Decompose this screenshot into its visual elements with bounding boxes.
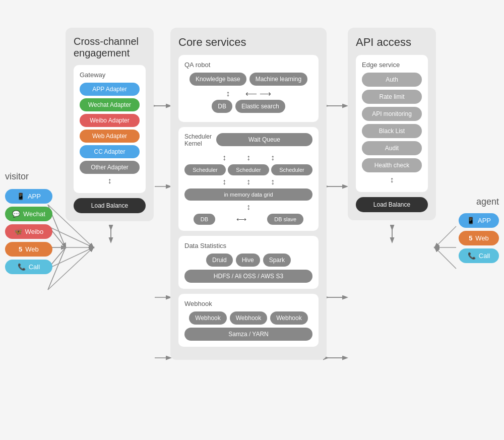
- scheduler-ud-arrow: ↕ ↕ ↕: [184, 153, 312, 162]
- agent-call-icon: 📞: [468, 252, 476, 260]
- other-adapter[interactable]: Other Adapter: [80, 161, 140, 174]
- edge-ud-arrow: ↕: [362, 175, 422, 184]
- data-statistics-label: Data Statistics: [184, 242, 312, 249]
- scheduler-row: Scheduler Scheduler Scheduler: [184, 164, 312, 175]
- scheduler-kernel-label: SchedulerKernel: [184, 133, 212, 147]
- audit-pill: Audit: [362, 141, 422, 155]
- agent-app[interactable]: 📱 APP: [459, 213, 499, 228]
- webhook-pill-3: Webhook: [270, 311, 307, 325]
- machine-learning-pill: Machine learning: [249, 73, 307, 86]
- web-icon-visitor: 5: [19, 245, 22, 253]
- black-list-pill: Black List: [362, 124, 422, 138]
- visitor-web-label: Web: [25, 245, 39, 253]
- gateway-ud-arrow: ↕: [80, 176, 140, 185]
- scheduler-pill-1: Scheduler: [184, 164, 226, 175]
- app-adapter[interactable]: APP Adapter: [80, 83, 140, 96]
- weibo-adapter[interactable]: Weibo Adapter: [80, 114, 140, 127]
- svg-line-23: [435, 226, 456, 247]
- edge-service-label: Edge service: [362, 61, 422, 69]
- agent-app-icon: 📱: [467, 217, 475, 224]
- visitor-weibo-label: Weibo: [25, 228, 44, 235]
- webhook-pill-2: Webhook: [230, 311, 267, 325]
- core-services-title: Core services: [178, 36, 319, 49]
- visitor-wechat-label: Wechat: [23, 210, 45, 218]
- druid-pill: Druid: [206, 254, 233, 267]
- api-access-title: API access: [356, 36, 428, 49]
- qa-db-pill: DB: [212, 100, 232, 113]
- data-statistics-box: Data Statistics Druid Hive Spark HDFS / …: [178, 236, 319, 289]
- webhook-pill-1: Webhook: [189, 311, 226, 325]
- visitor-wechat[interactable]: 💬 Wechat: [5, 207, 52, 221]
- agent-call[interactable]: 📞 Call: [459, 248, 499, 263]
- in-memory-pill: in memory data grid: [184, 188, 312, 201]
- scheduler-db-pill: DB: [194, 214, 215, 225]
- visitor-app-label: APP: [28, 193, 41, 200]
- svg-line-21: [48, 247, 93, 269]
- call-icon-visitor: 📞: [18, 263, 26, 271]
- qa-robot-label: QA robot: [184, 61, 312, 69]
- cross-load-balance[interactable]: Load Balance: [74, 198, 146, 213]
- visitor-weibo[interactable]: 🦋 Weibo: [5, 224, 52, 239]
- db-arrow: ⟷: [236, 215, 246, 223]
- agent-web[interactable]: 5 Web: [459, 231, 499, 245]
- app-icon: 📱: [17, 193, 25, 200]
- svg-line-25: [435, 247, 456, 269]
- weibo-icon: 🦋: [14, 228, 22, 235]
- agent-web-label: Web: [475, 234, 489, 242]
- webhook-label: Webhook: [184, 300, 312, 307]
- svg-line-19: [48, 226, 93, 247]
- api-load-balance[interactable]: Load Balance: [356, 197, 428, 212]
- db-slave-pill: DB slave: [267, 214, 303, 225]
- cross-channel-title: Cross-channelengagement: [74, 36, 146, 59]
- visitor-web[interactable]: 5 Web: [5, 242, 52, 257]
- api-access-panel: API access Edge service Auth Rate limit …: [348, 28, 436, 220]
- scheduler-ud-arrow2: ↕ ↕ ↕: [184, 177, 312, 186]
- wait-queue-pill: Wait Queue: [216, 133, 312, 146]
- db-row: DB ⟷ DB slave: [184, 214, 312, 225]
- gateway-box: Gateway APP Adapter Wechat Adapter Weibo…: [74, 65, 146, 193]
- cross-channel-panel: Cross-channelengagement Gateway APP Adap…: [66, 28, 154, 221]
- hdfs-pill: HDFS / Ali OSS / AWS S3: [184, 270, 312, 283]
- hive-pill: Hive: [236, 254, 260, 267]
- visitor-app[interactable]: 📱 APP: [5, 189, 52, 204]
- agent-label: agent: [476, 197, 499, 207]
- api-monitoring-pill: API monitoring: [362, 107, 422, 121]
- qa-ud-arrow: ↕ ⟵ ⟶: [184, 89, 312, 98]
- wechat-adapter[interactable]: Wechat Adapter: [80, 98, 140, 111]
- scheduler-pill-2: Scheduler: [228, 164, 269, 175]
- rate-limit-pill: Rate limit: [362, 90, 422, 104]
- elastic-search-pill: Elastic search: [235, 100, 285, 113]
- agent-section: agent 📱 APP 5 Web 📞 Call: [459, 197, 499, 263]
- auth-pill: Auth: [362, 73, 422, 87]
- core-services-panel: Core services QA robot Knowledge base Ma…: [170, 28, 327, 360]
- wechat-icon: 💬: [12, 210, 20, 218]
- agent-call-label: Call: [479, 252, 490, 260]
- visitor-section: visitor 📱 APP 💬 Wechat 🦋 Weibo 5 Web 📞 C…: [5, 171, 52, 274]
- webhook-box: Webhook Webhook Webhook Webhook Samza / …: [178, 294, 319, 347]
- health-check-pill: Health check: [362, 158, 422, 172]
- visitor-call-label: Call: [29, 263, 40, 271]
- svg-line-22: [48, 247, 93, 290]
- diagram-container: visitor 📱 APP 💬 Wechat 🦋 Weibo 5 Web 📞 C…: [0, 0, 504, 440]
- qa-robot-box: QA robot Knowledge base Machine learning…: [178, 55, 319, 122]
- visitor-call[interactable]: 📞 Call: [5, 260, 52, 274]
- memory-ud-arrow: ↕: [184, 203, 312, 212]
- samza-pill: Samza / YARN: [184, 328, 312, 341]
- web-adapter[interactable]: Web Adapter: [80, 130, 140, 143]
- edge-service-box: Edge service Auth Rate limit API monitor…: [356, 55, 428, 192]
- visitor-label: visitor: [5, 171, 29, 182]
- spark-pill: Spark: [263, 254, 291, 267]
- gateway-label: Gateway: [80, 71, 140, 79]
- scheduler-box: SchedulerKernel Wait Queue ↕ ↕ ↕ Schedul…: [178, 127, 319, 231]
- knowledge-base-pill: Knowledge base: [190, 73, 246, 86]
- scheduler-pill-3: Scheduler: [271, 164, 312, 175]
- agent-app-label: APP: [478, 217, 491, 224]
- agent-web-icon: 5: [469, 234, 472, 242]
- cc-adapter[interactable]: CC Adapter: [80, 145, 140, 158]
